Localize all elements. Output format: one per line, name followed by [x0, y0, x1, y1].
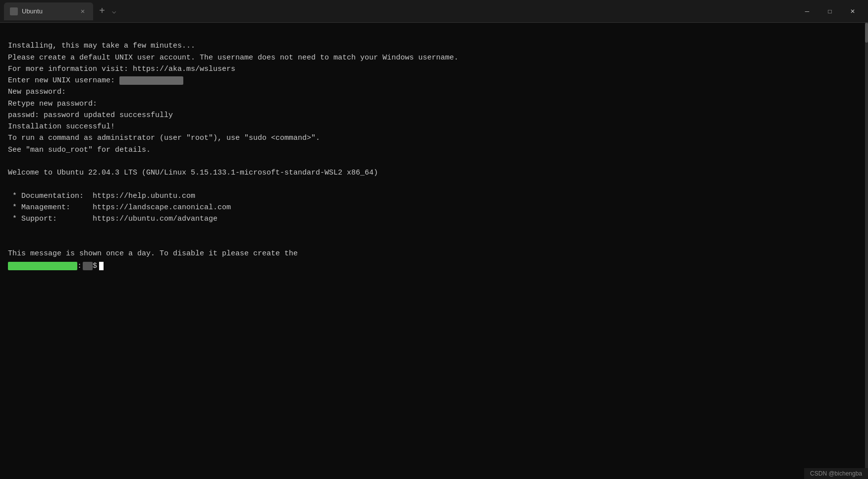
line-install-success: Installation successful!: [8, 122, 115, 131]
line-create-user: Please create a default UNIX user accoun…: [8, 54, 458, 62]
tab-close-button[interactable]: ✕: [78, 7, 87, 16]
line-passwd-success: passwd: password updated successfully: [8, 111, 173, 120]
line-docs: * Documentation: https://help.ubuntu.com: [8, 192, 195, 200]
tab-icon: [10, 7, 18, 15]
line-blank3: [8, 226, 12, 235]
bottom-bar-label: CSDN @bichengba: [810, 470, 862, 477]
prompt-at: :: [77, 260, 82, 272]
line-installing: Installing, this may take a few minutes.…: [8, 42, 195, 50]
line-retype-password: Retype new password:: [8, 100, 97, 108]
terminal-output: Installing, this may take a few minutes.…: [8, 29, 860, 259]
line-man-sudo: See "man sudo_root" for details.: [8, 146, 151, 154]
line-blank2: [8, 180, 12, 188]
line-motd-msg: This message is shown once a day. To dis…: [8, 249, 298, 258]
scrollbar[interactable]: [865, 23, 868, 479]
minimize-button[interactable]: ─: [796, 3, 818, 19]
tab-title: Ubuntu: [22, 7, 74, 15]
tab-area: Ubuntu ✕ + ⌵: [4, 2, 796, 20]
terminal-tab[interactable]: Ubuntu ✕: [4, 2, 93, 20]
line-support: * Support: https://ubuntu.com/advantage: [8, 215, 217, 223]
terminal-window[interactable]: Installing, this may take a few minutes.…: [0, 23, 868, 479]
prompt-user: [8, 260, 77, 272]
scrollbar-thumb[interactable]: [865, 23, 868, 43]
line-welcome: Welcome to Ubuntu 22.04.3 LTS (GNU/Linux…: [8, 169, 378, 177]
title-bar: Ubuntu ✕ + ⌵ ─ □ ✕: [0, 0, 868, 23]
maximize-button[interactable]: □: [818, 3, 841, 19]
line-new-password: New password:: [8, 88, 66, 96]
line-enter-username: Enter new UNIX username:: [8, 76, 183, 85]
line-more-info: For more information visit: https://aka.…: [8, 65, 235, 73]
bottom-bar: CSDN @bichengba: [804, 468, 868, 479]
line-blank1: [8, 157, 12, 166]
tab-dropdown-button[interactable]: ⌵: [109, 5, 119, 17]
line-sudo-info: To run a command as administrator (user …: [8, 134, 320, 142]
line-mgmt: * Management: https://landscape.canonica…: [8, 203, 231, 212]
window-close-button[interactable]: ✕: [841, 3, 864, 19]
prompt-line: : $: [8, 260, 860, 272]
new-tab-button[interactable]: +: [95, 3, 109, 19]
line-blank4: [8, 238, 12, 246]
window-controls: ─ □ ✕: [796, 3, 864, 19]
prompt-suffix: $: [93, 260, 97, 272]
cursor: [99, 262, 104, 270]
prompt-path: [83, 260, 93, 272]
